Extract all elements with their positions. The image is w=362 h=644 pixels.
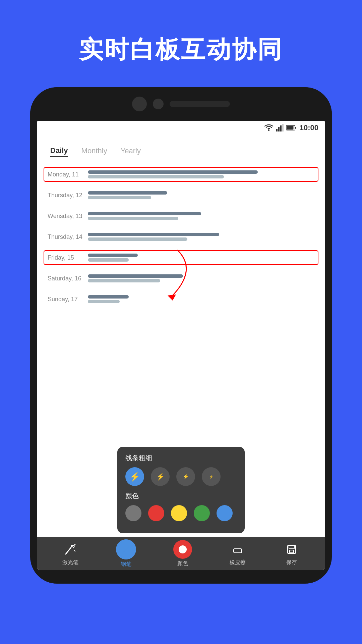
brush-icon: ⚡ [156,473,165,481]
color-option-green[interactable] [194,505,210,521]
status-time: 10:00 [300,123,318,132]
bars-container [88,295,314,303]
svg-rect-13 [289,545,294,549]
save-icon [283,541,300,558]
content-area: Daily Monthly Yearly Monday, 11 Thursday… [37,136,325,570]
svg-point-10 [179,545,187,553]
speaker-bar [170,101,230,107]
wifi-icon [264,124,274,131]
svg-rect-3 [280,125,282,131]
brush-option-brush4[interactable]: ⚡ [202,467,221,486]
toolbar-item-eraser[interactable]: 橡皮擦 [229,541,246,566]
status-icons [264,124,296,131]
row-label: Friday, 15 [48,254,88,261]
chart-row: Monday, 11 [44,167,318,182]
color-option-blue[interactable] [217,505,233,521]
toolbar-label-color: 颜色 [177,560,188,567]
phone-frame: 10:00 Daily Monthly Yearly Monday, 11 Th… [30,87,332,584]
svg-point-0 [268,130,269,131]
brush-option-brush1[interactable]: ⚡ [125,467,144,486]
bar-light [88,196,151,199]
bars-container [88,274,314,282]
toolbar-label-pen: 钢笔 [121,561,131,568]
toolbar-label-eraser: 橡皮擦 [230,559,246,566]
pen-icon-bg [116,539,136,559]
color-icon-bg [173,540,192,559]
chart-row: Sunday, 17 [44,292,318,307]
bar-light [88,300,120,303]
svg-point-9 [71,545,73,547]
eraser-icon [229,541,246,558]
tab-daily[interactable]: Daily [50,146,68,157]
toolbar-label-laser: 激光笔 [62,559,78,566]
bars-container [88,170,314,178]
line-thickness-label: 线条粗细 [125,453,237,463]
row-label: Wensday, 13 [48,213,88,220]
brush-icon: ⚡ [129,472,140,482]
signal-icon [276,124,284,131]
bars-container [88,212,314,220]
brush-icon: ⚡ [209,475,213,479]
page-title: 实时白板互动协同 [0,34,362,66]
toolbar-item-laser[interactable]: 激光笔 [62,541,79,566]
bar-light [88,237,187,241]
toolbar-popup: 线条粗细 ⚡⚡⚡⚡ 颜色 [117,447,245,533]
bar-light [88,175,224,178]
brush-icon: ⚡ [183,474,189,480]
svg-rect-14 [290,550,294,553]
phone-screen: 10:00 Daily Monthly Yearly Monday, 11 Th… [37,119,325,570]
brush-options-row: ⚡⚡⚡⚡ [125,467,237,486]
camera-dot [153,99,164,109]
bar-dark [88,274,183,278]
bars-container [88,191,314,199]
camera-lens [132,97,147,111]
svg-rect-6 [287,126,293,130]
tabs-row: Daily Monthly Yearly [37,136,325,164]
row-label: Monday, 11 [48,171,88,178]
row-label: Sunday, 17 [48,296,88,303]
toolbar-item-color[interactable]: 颜色 [173,540,192,567]
color-options-row [125,505,237,521]
bar-light [88,279,160,282]
chart-row: Friday, 15 [44,250,318,265]
color-label: 颜色 [125,491,237,500]
brush-option-brush3[interactable]: ⚡ [176,467,195,486]
tab-monthly[interactable]: Monthly [81,147,107,157]
color-option-gray[interactable] [125,505,141,521]
bar-dark [88,233,219,236]
bottom-toolbar: 激光笔 钢笔 颜色 橡皮擦 保存 [37,537,325,570]
bars-container [88,233,314,241]
svg-rect-2 [278,127,280,131]
brush-option-brush2[interactable]: ⚡ [151,467,170,486]
svg-rect-7 [295,127,296,129]
svg-rect-4 [282,124,284,131]
color-option-red[interactable] [148,505,164,521]
color-option-yellow[interactable] [171,505,187,521]
toolbar-item-pen[interactable]: 钢笔 [116,539,136,568]
bar-dark [88,254,138,257]
svg-rect-1 [276,129,278,131]
bar-dark [88,170,258,174]
row-label: Saturday, 16 [48,275,88,282]
chart-row: Thursday, 12 [44,188,318,203]
bar-light [88,217,178,220]
chart-area: Monday, 11 Thursday, 12 Wensday, 13 Thur… [37,164,325,316]
row-label: Thursday, 12 [48,192,88,199]
bar-dark [88,191,167,195]
chart-row: Wensday, 13 [44,209,318,223]
tab-yearly[interactable]: Yearly [121,147,141,157]
bar-light [88,258,129,262]
toolbar-label-save: 保存 [286,559,297,566]
svg-rect-11 [234,549,242,553]
battery-icon [286,125,296,130]
laser-icon [62,541,79,558]
chart-row: Thursday, 14 [44,229,318,244]
bar-dark [88,212,201,215]
toolbar-item-save[interactable]: 保存 [283,541,300,566]
phone-top-bar [30,87,332,121]
status-bar: 10:00 [37,119,325,136]
bars-container [88,254,314,262]
chart-row: Saturday, 16 [44,271,318,286]
bar-dark [88,295,129,299]
row-label: Thursday, 14 [48,233,88,240]
